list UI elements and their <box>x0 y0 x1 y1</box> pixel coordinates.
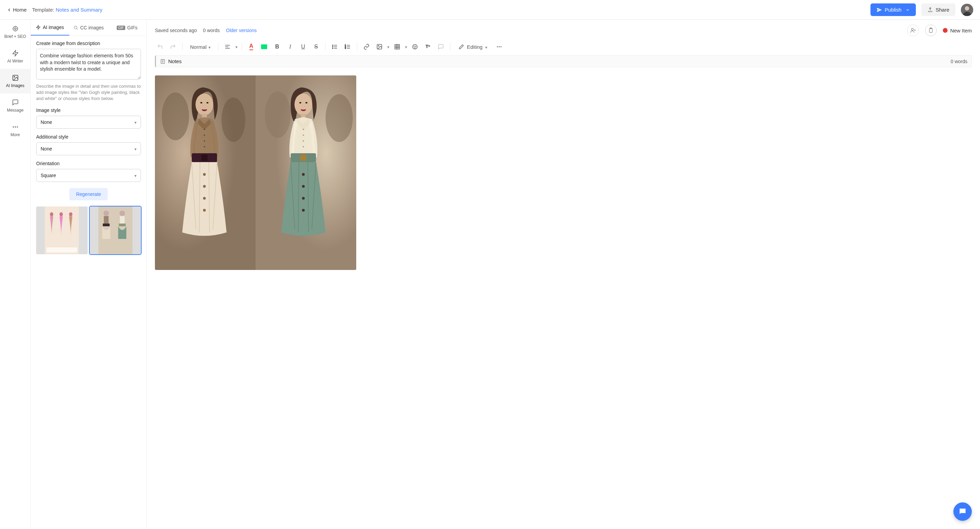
chevron-down-icon <box>134 120 137 125</box>
chevron-down-icon[interactable] <box>387 44 389 49</box>
rail-item-more[interactable]: More <box>0 118 30 143</box>
chevron-down-icon[interactable] <box>405 44 407 49</box>
highlight-button[interactable] <box>259 41 269 52</box>
insert-table-button[interactable] <box>392 41 402 52</box>
additional-style-label: Additional style <box>36 134 141 140</box>
emoji-button[interactable] <box>410 41 420 52</box>
more-toolbar-button[interactable] <box>494 41 504 52</box>
image-prompt-input[interactable] <box>36 49 141 80</box>
prompt-help-text: Describe the image in detail and then us… <box>36 83 141 102</box>
thumbnail-1[interactable] <box>36 207 88 254</box>
tab-label: CC images <box>80 25 104 30</box>
avatar[interactable] <box>961 4 973 16</box>
svg-point-63 <box>497 46 498 48</box>
editor-content[interactable] <box>147 67 980 529</box>
svg-point-16 <box>74 26 77 29</box>
svg-point-24 <box>103 210 109 216</box>
template-indicator: Template: Notes and Summary <box>32 7 102 13</box>
chevron-down-icon <box>905 8 910 12</box>
svg-point-14 <box>17 126 18 127</box>
thumbnail-2[interactable] <box>90 207 141 254</box>
svg-point-12 <box>13 126 14 127</box>
rail-label: More <box>11 132 20 137</box>
svg-point-75 <box>326 94 353 142</box>
italic-button[interactable]: I <box>285 41 295 52</box>
notes-section-header[interactable]: Notes 0 words <box>155 55 972 67</box>
additional-style-select[interactable]: None <box>36 142 141 155</box>
svg-point-38 <box>332 45 333 45</box>
collapse-panel-button[interactable] <box>146 20 147 39</box>
svg-point-51 <box>379 45 379 46</box>
strikethrough-button[interactable]: S <box>311 41 321 52</box>
share-button[interactable]: Share <box>921 3 955 16</box>
inserted-image[interactable] <box>155 75 356 270</box>
orientation-select[interactable]: Square <box>36 169 141 182</box>
rail-label: Message <box>7 108 24 113</box>
editing-mode-select[interactable]: Editing <box>455 42 492 52</box>
select-value: Editing <box>467 44 482 50</box>
rail-item-brief-seo[interactable]: Brief + SEO <box>0 20 30 45</box>
regenerate-button[interactable]: Regenerate <box>69 188 108 200</box>
template-name[interactable]: Notes and Summary <box>56 7 102 13</box>
svg-point-94 <box>303 129 304 130</box>
svg-rect-22 <box>46 247 77 253</box>
svg-line-17 <box>77 29 78 30</box>
help-chat-button[interactable] <box>953 502 972 521</box>
chevron-left-icon <box>7 8 11 12</box>
publish-label: Publish <box>885 7 902 13</box>
editor-toolbar: Normal A B I U S 123 <box>147 40 980 55</box>
undo-button[interactable] <box>155 41 165 52</box>
svg-point-19 <box>50 212 53 217</box>
message-icon <box>12 99 19 106</box>
tab-ai-images[interactable]: AI images <box>31 20 69 35</box>
underline-button[interactable]: U <box>298 41 308 52</box>
editor-area: Saved seconds ago 0 words Older versions… <box>147 20 980 529</box>
home-button[interactable]: Home <box>7 7 27 13</box>
search-icon <box>73 25 78 30</box>
rail-label: Brief + SEO <box>5 34 26 39</box>
svg-rect-25 <box>104 216 108 223</box>
chevron-down-icon <box>134 173 137 178</box>
svg-point-80 <box>204 129 205 130</box>
text-color-button[interactable]: A <box>246 41 256 52</box>
tab-cc-images[interactable]: CC images <box>69 20 108 35</box>
svg-point-95 <box>303 134 304 136</box>
svg-point-78 <box>207 102 208 104</box>
align-button[interactable] <box>223 41 233 52</box>
svg-point-2 <box>965 6 969 11</box>
svg-point-74 <box>265 91 291 138</box>
svg-point-57 <box>413 45 418 49</box>
clear-format-button[interactable]: T <box>423 41 433 52</box>
share-label: Share <box>935 7 949 13</box>
select-value: None <box>41 146 52 151</box>
numbered-list-button[interactable]: 123 <box>343 41 353 52</box>
link-button[interactable] <box>361 41 372 52</box>
bold-button[interactable]: B <box>272 41 282 52</box>
publish-button[interactable]: Publish <box>870 3 916 16</box>
chevron-down-icon[interactable] <box>235 44 237 49</box>
older-versions-link[interactable]: Older versions <box>226 28 256 33</box>
topbar: Home Template: Notes and Summary Publish… <box>0 0 980 20</box>
chevron-down-icon <box>208 44 210 50</box>
svg-point-64 <box>499 46 500 48</box>
comment-button[interactable] <box>436 41 446 52</box>
bullet-list-button[interactable] <box>329 41 340 52</box>
pencil-icon <box>458 44 464 49</box>
rail-item-ai-writer[interactable]: AI Writer <box>0 45 30 69</box>
insert-image-button[interactable] <box>374 41 385 52</box>
select-value: None <box>41 120 52 125</box>
redo-button[interactable] <box>168 41 178 52</box>
clipboard-button[interactable] <box>925 25 937 36</box>
svg-point-30 <box>911 28 913 30</box>
rail-item-ai-images[interactable]: AI Images <box>0 69 30 94</box>
svg-point-90 <box>294 94 312 115</box>
paragraph-style-select[interactable]: Normal <box>187 43 214 51</box>
orientation-label: Orientation <box>36 161 141 166</box>
image-style-select[interactable]: None <box>36 116 141 129</box>
status-badge[interactable]: New Item <box>943 28 972 33</box>
tab-gifs[interactable]: GIF GIFs <box>108 20 146 35</box>
rail-label: AI Images <box>6 83 24 88</box>
select-value: Square <box>41 173 56 178</box>
rail-item-message[interactable]: Message <box>0 94 30 118</box>
add-collaborator-button[interactable] <box>907 25 919 36</box>
